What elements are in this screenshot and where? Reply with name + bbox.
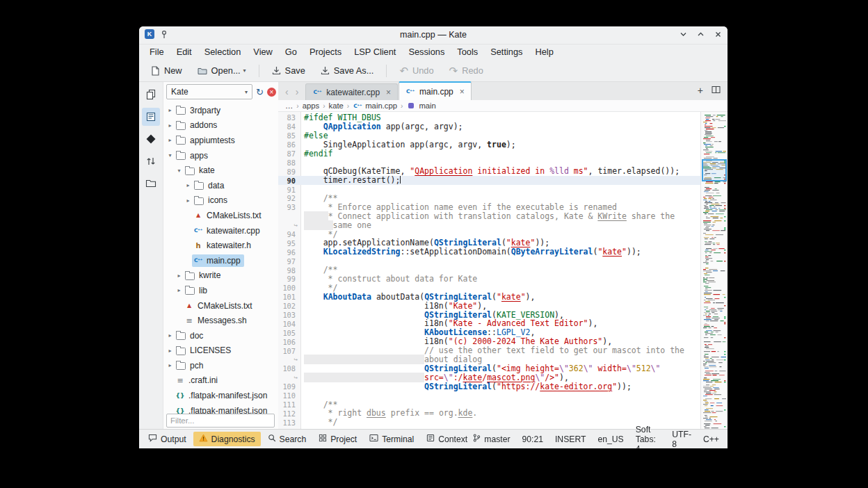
code-line-97[interactable]: 97 [278, 257, 701, 266]
tree-item-addons[interactable]: ▸addons [163, 118, 279, 133]
code-line-wrap[interactable]: ↪ same one [278, 221, 701, 230]
status-project[interactable]: Project [313, 432, 362, 446]
status-terminal[interactable]: Terminal [364, 432, 419, 446]
project-refresh-button[interactable]: ↻ [256, 88, 264, 97]
menu-file[interactable]: File [143, 44, 170, 60]
tree-item-icons[interactable]: ▸icons [163, 193, 279, 209]
code-line-96[interactable]: 96 KLocalizedString::setApplicationDomai… [278, 247, 701, 257]
toolview-diff-button[interactable] [142, 152, 160, 170]
tree-item-appiumtests[interactable]: ▸appiumtests [163, 133, 279, 148]
menu-go[interactable]: Go [279, 44, 303, 60]
tab-close-icon[interactable]: × [386, 88, 391, 97]
tab-main-cpp[interactable]: C⁺⁺main.cpp× [399, 81, 472, 100]
tree-item-katewaiter-cpp[interactable]: C⁺⁺katewaiter.cpp [163, 223, 279, 238]
tab-close-icon[interactable]: × [460, 87, 465, 97]
tab-scroll-right-icon[interactable]: › [296, 87, 299, 97]
code-line-109[interactable]: 109 QStringLiteral("https://kate-editor.… [278, 382, 701, 391]
menu-projects[interactable]: Projects [303, 44, 348, 60]
tab-scroll-left-icon[interactable]: ‹ [285, 87, 289, 97]
tree-item-craft-ini[interactable]: ≡.craft.ini [163, 373, 279, 389]
tree-item-pch[interactable]: ▸pch [163, 358, 279, 373]
menu-sessions[interactable]: Sessions [402, 44, 451, 60]
menu-view[interactable]: View [247, 44, 279, 60]
expander-icon[interactable]: ▸ [166, 332, 174, 339]
menu-edit[interactable]: Edit [170, 44, 198, 60]
status-en-us[interactable]: en_US [597, 434, 623, 444]
split-view-icon[interactable] [712, 84, 721, 97]
expander-icon[interactable]: ▸ [184, 197, 192, 204]
status-master[interactable]: master [473, 434, 510, 444]
status-c[interactable]: C++ [703, 434, 719, 444]
breadcrumb-item-kate[interactable]: kate [328, 101, 343, 110]
expander-icon[interactable]: ▸ [166, 122, 174, 129]
tree-item-data[interactable]: ▸data [163, 178, 279, 193]
toolview-filesystem-button[interactable] [142, 174, 160, 193]
expander-icon[interactable]: ▸ [175, 287, 183, 293]
tree-item-doc[interactable]: ▸doc [163, 328, 279, 343]
tab-katewaiter-cpp[interactable]: C⁺⁺katewaiter.cpp× [305, 83, 398, 100]
status-utf-8[interactable]: UTF-8 [672, 430, 691, 449]
save-button[interactable]: Save [266, 63, 312, 79]
minimap[interactable] [700, 112, 728, 430]
menu-selection[interactable]: Selection [198, 44, 248, 60]
open-button[interactable]: Open... ▾ [191, 63, 252, 79]
toolview-documents-button[interactable] [142, 86, 160, 104]
breadcrumb-item-[interactable]: … [285, 101, 293, 110]
project-filter-input[interactable] [166, 414, 275, 428]
tree-item-messages-sh[interactable]: ≡Messages.sh [163, 313, 279, 328]
code-line-110[interactable]: 110 [278, 391, 701, 400]
status-90-21[interactable]: 90:21 [522, 434, 543, 444]
new-tab-icon[interactable]: + [698, 86, 703, 95]
status-context[interactable]: Context [421, 432, 473, 446]
breadcrumb-item-main-cpp[interactable]: C⁺⁺main.cpp [353, 101, 397, 110]
code-area[interactable]: 83#ifdef WITH_DBUS84 QApplication app(ar… [278, 112, 701, 430]
tree-item-main-cpp[interactable]: C⁺⁺main.cpp [163, 253, 279, 268]
tree-item-3rdparty[interactable]: ▸3rdparty [163, 103, 279, 118]
undo-button[interactable]: ↶ Undo [393, 63, 440, 79]
menu-tools[interactable]: Tools [451, 44, 484, 60]
minimap-viewport[interactable] [702, 159, 727, 181]
expander-icon[interactable]: ▸ [175, 273, 183, 279]
status-diagnostics[interactable]: Diagnostics [193, 432, 261, 446]
menu-settings[interactable]: Settings [484, 44, 529, 60]
tree-item-katewaiter-h[interactable]: hkatewaiter.h [163, 238, 279, 253]
project-close-button[interactable]: × [267, 88, 276, 97]
breadcrumb-item-main[interactable]: main [406, 101, 436, 110]
tree-item-kate[interactable]: ▾kate [163, 163, 279, 178]
toolview-projects-button[interactable] [142, 108, 160, 126]
tree-item-flatpak-manifest-json[interactable]: {}.flatpak-manifest.json [163, 388, 279, 403]
code-line-84[interactable]: 84 QApplication app(argc, argv); [278, 122, 701, 131]
save-as-button[interactable]: Save As... [314, 63, 380, 79]
tree-item-cmakelists-txt[interactable]: ▲CMakeLists.txt [163, 298, 279, 314]
breadcrumb-item-apps[interactable]: apps [303, 101, 320, 110]
code-line-90[interactable]: 90 timer.restart(); [278, 176, 701, 185]
expander-icon[interactable]: ▸ [166, 107, 174, 113]
status-search[interactable]: Search [262, 432, 312, 446]
new-button[interactable]: New [145, 63, 188, 79]
redo-button[interactable]: ↷ Redo [443, 63, 490, 79]
expander-icon[interactable]: ▸ [184, 182, 192, 188]
project-selector[interactable]: Kate ▾ [166, 84, 252, 99]
tree-item-lib[interactable]: ▸lib [163, 283, 279, 298]
status-soft-tabs-4[interactable]: Soft Tabs: 4 [636, 425, 660, 449]
tree-item-licenses[interactable]: ▸LICENSES [163, 343, 279, 359]
code-line-112[interactable]: 112 * right dbus prefix == org.kde. [278, 409, 701, 418]
minimize-icon[interactable] [680, 31, 687, 38]
tree-item-kwrite[interactable]: ▸kwrite [163, 268, 279, 284]
expander-icon[interactable]: ▸ [166, 362, 174, 368]
code-line-87[interactable]: 87#endif [278, 149, 701, 158]
status-output[interactable]: Output [143, 432, 192, 446]
expander-icon[interactable]: ▾ [175, 168, 183, 174]
menu-help[interactable]: Help [529, 44, 559, 60]
status-insert[interactable]: INSERT [555, 434, 586, 444]
code-line-91[interactable]: 91 [278, 185, 701, 194]
code-line-99[interactable]: 99 * construct about data for Kate [278, 275, 701, 284]
expander-icon[interactable]: ▾ [166, 152, 174, 158]
close-icon[interactable] [714, 31, 722, 38]
menu-lsp-client[interactable]: LSP Client [348, 44, 402, 60]
code-line-86[interactable]: 86 SingleApplication app(argc, argv, tru… [278, 140, 701, 149]
maximize-icon[interactable] [697, 31, 705, 38]
tree-item-cmakelists-txt[interactable]: ▲CMakeLists.txt [163, 208, 279, 223]
toolview-git-button[interactable] [142, 130, 160, 148]
tree-item-apps[interactable]: ▾apps [163, 148, 279, 163]
